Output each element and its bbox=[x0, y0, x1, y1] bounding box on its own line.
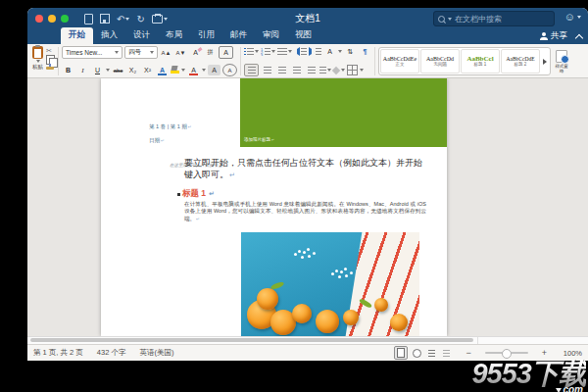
undo-dropdown-caret[interactable] bbox=[125, 18, 129, 21]
search-box[interactable]: 在文档中搜索 bbox=[433, 11, 555, 26]
shading-caret[interactable] bbox=[341, 69, 345, 72]
language-indicator[interactable]: 英语(美国) bbox=[139, 348, 173, 358]
subscript-button[interactable]: X₂ bbox=[126, 65, 139, 75]
print-layout-view-button[interactable] bbox=[394, 346, 408, 360]
font-size-combo[interactable]: 四号 bbox=[124, 46, 158, 59]
shading-button[interactable] bbox=[332, 66, 340, 74]
shrink-font-button[interactable]: A▼ bbox=[174, 47, 187, 58]
enclose-characters-button[interactable]: A bbox=[222, 64, 237, 76]
feedback-button[interactable]: ☺ bbox=[564, 12, 581, 23]
zoom-slider-knob[interactable] bbox=[502, 349, 512, 359]
zoom-level[interactable]: 100% bbox=[561, 349, 582, 358]
scrollbar-thumb[interactable] bbox=[30, 338, 473, 342]
heading-1[interactable]: 标题 1 ↵ bbox=[177, 188, 215, 200]
paste-caret[interactable] bbox=[36, 60, 40, 63]
lead-paragraph[interactable]: 要立即开始，只需点击任何占位符文本（例如此文本）并开始键入即可。↵ bbox=[184, 158, 429, 180]
hero-image-placeholder[interactable]: 添加照片标题↵ bbox=[240, 78, 447, 147]
tab-design[interactable]: 设计 bbox=[125, 27, 158, 44]
search-scope-caret[interactable] bbox=[448, 18, 452, 21]
justify-button[interactable] bbox=[290, 65, 303, 75]
collapse-ribbon-chevron[interactable] bbox=[575, 33, 583, 41]
volume-issue-line[interactable]: 第 1 卷 | 第 1 期↵ bbox=[149, 123, 191, 130]
phonetic-guide-button[interactable]: 拼 bbox=[204, 47, 217, 58]
fullscreen-button[interactable] bbox=[61, 15, 69, 23]
font-name-combo[interactable]: Times New... bbox=[62, 46, 122, 59]
style-heading1[interactable]: AaBbCcl 标题 1 bbox=[461, 49, 500, 74]
font-color-caret[interactable] bbox=[202, 69, 206, 72]
underline-caret[interactable] bbox=[106, 69, 110, 72]
horizontal-scrollbar[interactable] bbox=[27, 336, 588, 344]
tab-mailings[interactable]: 邮件 bbox=[222, 27, 255, 44]
sort-button[interactable]: ⇅ bbox=[344, 46, 357, 57]
styles-pane-button[interactable]: 样式窗格 bbox=[554, 50, 569, 74]
minimize-button[interactable] bbox=[48, 15, 56, 23]
clear-formatting-button[interactable]: A bbox=[189, 47, 202, 58]
style-no-spacing[interactable]: AaBbCcDd 无间隔 bbox=[420, 49, 460, 74]
underline-button[interactable]: U bbox=[91, 65, 104, 75]
print-dropdown-caret[interactable] bbox=[164, 18, 168, 21]
date-line[interactable]: 日期↵ bbox=[149, 137, 165, 144]
distribute-button[interactable] bbox=[305, 65, 318, 75]
grow-font-button[interactable]: A▲ bbox=[160, 47, 172, 58]
down-arrow-icon bbox=[556, 388, 562, 392]
redo-button[interactable]: ↻ bbox=[136, 14, 144, 24]
share-button[interactable]: 共享 bbox=[540, 30, 567, 42]
print-button[interactable] bbox=[152, 15, 168, 24]
styles-pane-icon bbox=[556, 50, 567, 63]
character-shading-button[interactable]: A bbox=[208, 65, 220, 75]
borders-button[interactable] bbox=[347, 65, 358, 75]
superscript-button[interactable]: X² bbox=[141, 65, 154, 75]
tab-review[interactable]: 审阅 bbox=[255, 27, 287, 44]
asian-layout-caret[interactable] bbox=[338, 50, 342, 53]
apricot-photo[interactable] bbox=[241, 232, 419, 336]
bullets-button[interactable] bbox=[244, 48, 259, 56]
italic-button[interactable]: I bbox=[76, 65, 89, 75]
decrease-indent-button[interactable] bbox=[294, 47, 307, 56]
highlight-button[interactable] bbox=[171, 66, 179, 74]
numbering-button[interactable]: 1 2 3 bbox=[261, 48, 275, 56]
align-left-button[interactable] bbox=[244, 64, 259, 76]
borders-caret[interactable] bbox=[360, 69, 364, 72]
font-color-button[interactable]: A bbox=[187, 65, 200, 75]
multilevel-list-button[interactable] bbox=[277, 48, 292, 56]
line-spacing-button[interactable] bbox=[319, 67, 331, 74]
page[interactable]: 添加照片标题↵ 第 1 卷 | 第 1 期↵ 日期↵ 在这里添加引人注目的引言。… bbox=[101, 78, 447, 336]
undo-button[interactable]: ↶ bbox=[117, 14, 129, 24]
align-right-button[interactable] bbox=[275, 65, 288, 75]
tab-references[interactable]: 引用 bbox=[190, 27, 222, 44]
document-canvas[interactable]: 添加照片标题↵ 第 1 卷 | 第 1 期↵ 日期↵ 在这里添加引人注目的引言。… bbox=[27, 78, 588, 336]
increase-indent-button[interactable] bbox=[309, 47, 321, 56]
new-document-button[interactable] bbox=[84, 14, 93, 24]
strikethrough-button[interactable]: abc bbox=[112, 65, 124, 75]
format-painter-button[interactable] bbox=[46, 67, 54, 70]
outline-view-button[interactable] bbox=[425, 347, 437, 359]
word-count[interactable]: 432 个字 bbox=[97, 348, 126, 358]
close-button[interactable] bbox=[35, 15, 43, 23]
zoom-slider[interactable] bbox=[485, 352, 528, 354]
save-button[interactable] bbox=[100, 14, 110, 24]
show-marks-button[interactable]: ¶ bbox=[359, 46, 371, 57]
photo-caption[interactable]: 添加照片标题↵ bbox=[244, 137, 274, 142]
body-paragraph-1[interactable]: 在计算机、平板电脑或手机上使用 Word 意味着编辑此新闻稿。在 Windows… bbox=[184, 201, 426, 222]
cut-button[interactable]: ✂ bbox=[46, 47, 55, 55]
tab-layout[interactable]: 布局 bbox=[158, 27, 190, 44]
align-center-button[interactable] bbox=[261, 65, 273, 75]
tab-home[interactable]: 开始 bbox=[61, 27, 93, 44]
style-normal[interactable]: AaBbCcDdEe 正文 bbox=[380, 49, 419, 74]
style-heading2[interactable]: AaBbCcDdE 标题 2 bbox=[501, 49, 540, 74]
styles-more-button[interactable] bbox=[543, 59, 547, 65]
bold-button[interactable]: B bbox=[62, 65, 74, 75]
text-effects-button[interactable]: A bbox=[156, 65, 169, 75]
zoom-in-button[interactable]: + bbox=[542, 349, 547, 358]
tab-insert[interactable]: 插入 bbox=[93, 27, 125, 44]
asian-layout-button[interactable]: A bbox=[323, 46, 336, 57]
page-indicator[interactable]: 第 1 页, 共 2 页 bbox=[33, 348, 83, 358]
ribbon: 粘贴 ✂ Times New... 四号 A▲ A▼ A 拼 A bbox=[27, 44, 588, 78]
web-layout-view-button[interactable] bbox=[411, 347, 422, 359]
character-border-button[interactable]: A bbox=[219, 46, 233, 59]
draft-view-button[interactable] bbox=[440, 347, 452, 359]
highlight-caret[interactable] bbox=[181, 69, 185, 72]
tab-view[interactable]: 视图 bbox=[287, 27, 319, 44]
paste-button[interactable]: 粘贴 bbox=[32, 46, 43, 71]
zoom-out-button[interactable]: − bbox=[466, 349, 470, 358]
